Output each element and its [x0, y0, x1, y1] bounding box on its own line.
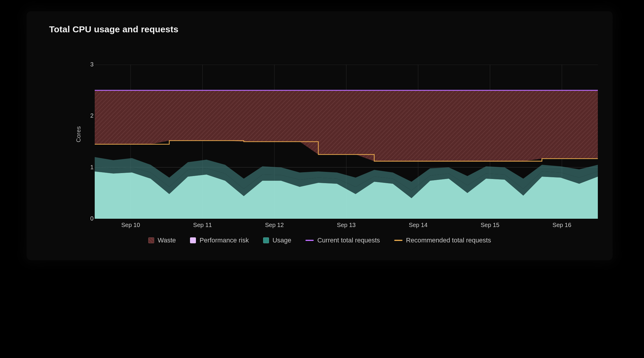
swatch-current-icon	[305, 240, 314, 241]
y-tick: 2	[85, 112, 94, 119]
x-tick: Sep 15	[481, 222, 499, 228]
y-tick: 1	[85, 164, 94, 171]
legend-item-waste[interactable]: Waste	[148, 236, 176, 244]
swatch-waste-icon	[148, 237, 154, 243]
x-tick: Sep 14	[409, 222, 427, 228]
legend-label: Current total requests	[317, 236, 380, 244]
x-tick: Sep 13	[337, 222, 355, 228]
swatch-reco-icon	[394, 240, 402, 241]
chart-title: Total CPU usage and requests	[49, 24, 178, 34]
swatch-perf-icon	[190, 237, 196, 243]
chart-card: Total CPU usage and requests Cores 3 2 1…	[27, 11, 613, 260]
y-tick: 3	[85, 61, 94, 68]
x-tick: Sep 10	[121, 222, 140, 228]
legend-item-performance-risk[interactable]: Performance risk	[190, 236, 249, 244]
legend-label: Recommended total requests	[406, 236, 491, 244]
legend-item-recommended-requests[interactable]: Recommended total requests	[394, 236, 491, 244]
x-axis: Sep 10Sep 11Sep 12Sep 13Sep 14Sep 15Sep …	[95, 222, 598, 232]
legend-label: Performance risk	[199, 236, 249, 244]
legend-item-usage[interactable]: Usage	[263, 236, 292, 244]
x-tick: Sep 11	[193, 222, 212, 228]
chart-area: Cores 3 2 1 0 Sep 10Sep 11Sep 12Sep 13Se…	[68, 47, 598, 222]
x-tick: Sep 12	[265, 222, 284, 228]
y-axis-label: Cores	[75, 126, 82, 142]
legend: Waste Performance risk Usage Current tot…	[27, 236, 613, 244]
y-tick: 0	[85, 215, 94, 222]
legend-label: Waste	[158, 236, 176, 244]
legend-item-current-requests[interactable]: Current total requests	[305, 236, 380, 244]
x-tick: Sep 16	[553, 222, 571, 228]
chart-plot[interactable]	[95, 65, 598, 219]
swatch-usage-icon	[263, 237, 269, 243]
legend-label: Usage	[273, 236, 292, 244]
